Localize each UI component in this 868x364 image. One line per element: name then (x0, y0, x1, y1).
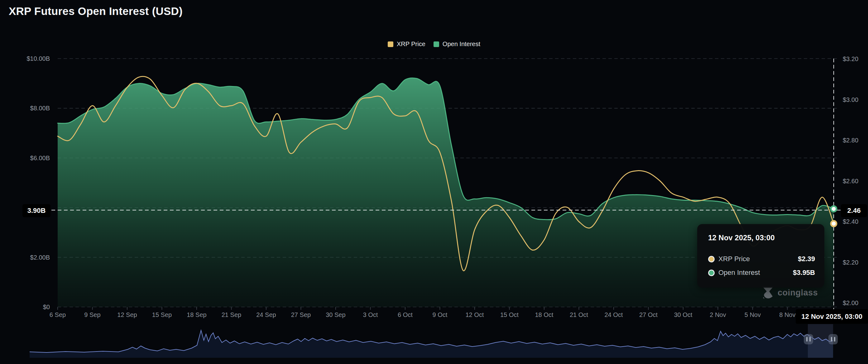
open-interest-dot-icon (708, 270, 715, 276)
left-axis-tick: $8.00B (0, 104, 50, 113)
tooltip-value: $3.95B (793, 269, 815, 277)
right-axis-tick: $3.00 (843, 95, 868, 104)
right-axis-tick: $2.20 (843, 258, 868, 267)
tooltip-label: Open Interest (718, 269, 760, 277)
watermark-text: coinglass (778, 288, 818, 298)
right-axis-tick: $2.80 (843, 136, 868, 145)
coinglass-watermark: coinglass (762, 286, 818, 299)
tooltip-date: 12 Nov 2025, 03:00 (708, 234, 775, 242)
navigator-handle-left[interactable] (804, 334, 813, 344)
navigator[interactable] (0, 0, 868, 364)
right-axis-tick: $3.20 (843, 55, 868, 63)
coinglass-logo-icon (762, 286, 774, 299)
chart-tooltip: 12 Nov 2025, 03:00 XRP Price $2.39 Open … (697, 224, 825, 287)
left-axis-tick: $10.00B (0, 54, 50, 63)
right-axis-tick: $2.00 (843, 299, 868, 307)
tooltip-row-open-interest: Open Interest $3.95B (708, 268, 815, 278)
tooltip-row-xrp-price: XRP Price $2.39 (708, 254, 815, 264)
chart-page: XRP Futures Open Interest (USD) XRP Pric… (0, 0, 868, 364)
right-axis-tick: $2.40 (843, 217, 868, 226)
navigator-handle-right[interactable] (829, 334, 838, 344)
left-axis-tick: $6.00B (0, 154, 50, 162)
crosshair-price-label: 2.46 (841, 204, 867, 217)
right-axis-tick: $2.60 (843, 177, 868, 185)
tooltip-value: $2.39 (798, 255, 815, 263)
left-axis-tick: $2.00B (0, 253, 50, 262)
tooltip-label: XRP Price (718, 255, 750, 263)
crosshair-oi-label: 3.90B (23, 204, 51, 217)
left-axis-tick: $0 (0, 303, 50, 311)
xrp-price-dot-icon (708, 256, 715, 263)
crosshair-date-label: 12 Nov 2025, 03:00 (796, 309, 868, 324)
